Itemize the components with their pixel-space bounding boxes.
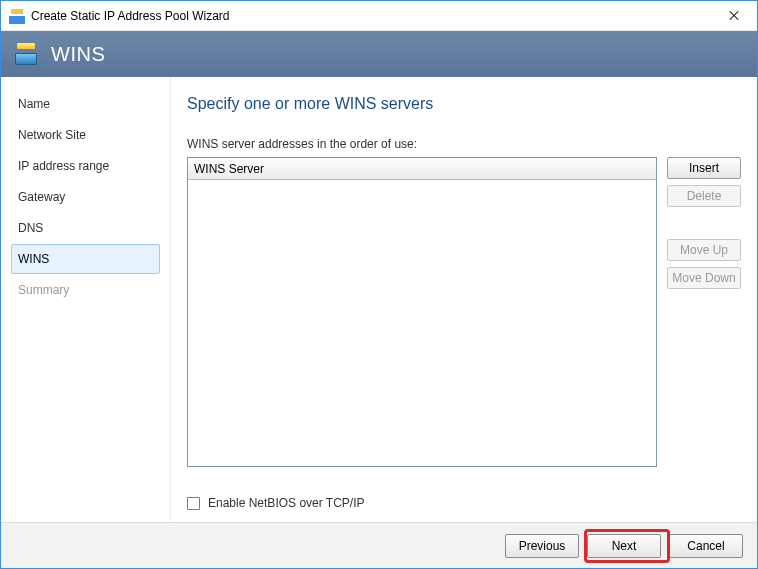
window-title: Create Static IP Address Pool Wizard — [31, 9, 711, 23]
sidebar-item-dns[interactable]: DNS — [11, 213, 160, 243]
checkbox-row: Enable NetBIOS over TCP/IP — [187, 496, 741, 510]
sidebar: Name Network Site IP address range Gatew… — [1, 77, 171, 522]
move-down-button: Move Down — [667, 267, 741, 289]
next-button[interactable]: Next — [587, 534, 661, 558]
titlebar: Create Static IP Address Pool Wizard — [1, 1, 757, 31]
wizard-step-icon — [15, 43, 39, 65]
sidebar-item-gateway[interactable]: Gateway — [11, 182, 160, 212]
page-heading: Specify one or more WINS servers — [187, 95, 741, 113]
delete-button: Delete — [667, 185, 741, 207]
sidebar-item-name[interactable]: Name — [11, 89, 160, 119]
main-panel: Specify one or more WINS servers WINS se… — [171, 77, 757, 522]
sidebar-item-network-site[interactable]: Network Site — [11, 120, 160, 150]
footer: Previous Next Cancel — [1, 522, 757, 568]
wizard-window: Create Static IP Address Pool Wizard WIN… — [0, 0, 758, 569]
button-spacer — [667, 213, 741, 233]
table-area: WINS Server Insert Delete Move Up Move D… — [187, 157, 741, 484]
grid-button-column: Insert Delete Move Up Move Down — [667, 157, 741, 289]
close-button[interactable] — [711, 1, 757, 31]
close-icon — [728, 10, 740, 22]
move-up-button: Move Up — [667, 239, 741, 261]
svg-rect-0 — [9, 16, 25, 24]
sidebar-item-summary: Summary — [11, 275, 160, 305]
enable-netbios-label: Enable NetBIOS over TCP/IP — [208, 496, 365, 510]
instruction-label: WINS server addresses in the order of us… — [187, 137, 741, 151]
grid-column-header[interactable]: WINS Server — [188, 158, 656, 180]
sidebar-item-wins[interactable]: WINS — [11, 244, 160, 274]
body: Name Network Site IP address range Gatew… — [1, 77, 757, 522]
app-icon — [9, 8, 25, 24]
cancel-button[interactable]: Cancel — [669, 534, 743, 558]
enable-netbios-checkbox[interactable] — [187, 497, 200, 510]
insert-button[interactable]: Insert — [667, 157, 741, 179]
banner-title: WINS — [51, 43, 105, 66]
wins-server-grid[interactable]: WINS Server — [187, 157, 657, 467]
svg-rect-1 — [11, 9, 23, 14]
previous-button[interactable]: Previous — [505, 534, 579, 558]
sidebar-item-ip-address-range[interactable]: IP address range — [11, 151, 160, 181]
grid-body-empty[interactable] — [188, 180, 656, 466]
banner: WINS — [1, 31, 757, 77]
